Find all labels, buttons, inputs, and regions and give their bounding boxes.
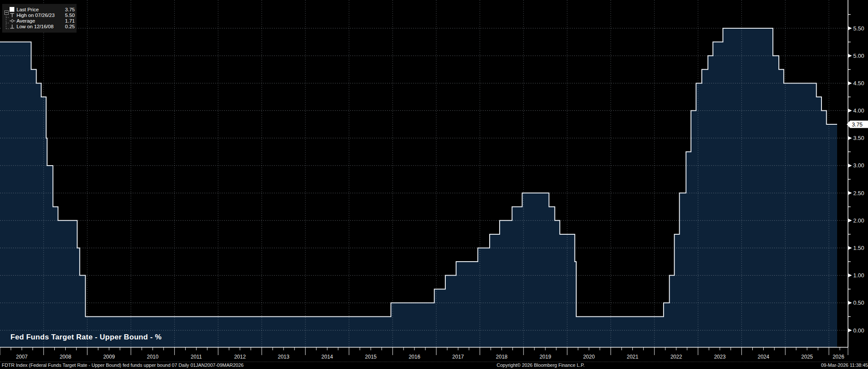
svg-text:2017: 2017: [452, 354, 464, 360]
legend-row-low[interactable]: Low on 12/16/08 0.25: [10, 23, 75, 29]
chart-canvas[interactable]: 2007200820092010201120122013201420152016…: [0, 0, 868, 369]
legend-row-average[interactable]: Average 1.71: [10, 18, 75, 23]
copyright-notice: Copyright© 2026 Bloomberg Finance L.P.: [497, 362, 584, 368]
svg-text:2015: 2015: [365, 354, 377, 360]
legend-collapse-icon[interactable]: [4, 10, 9, 15]
svg-text:2025: 2025: [801, 354, 813, 360]
legend-row-last-price[interactable]: Last Price 3.75: [10, 7, 75, 12]
status-bar: FDTR Index (Federal Funds Target Rate - …: [0, 362, 868, 369]
legend-label: Low on 12/16/08: [17, 24, 65, 29]
svg-text:1.50: 1.50: [853, 245, 864, 251]
svg-text:2008: 2008: [60, 354, 71, 360]
svg-text:2014: 2014: [321, 354, 333, 360]
high-marker-icon: [10, 13, 17, 18]
svg-text:2.50: 2.50: [853, 190, 864, 196]
legend-value: 5.50: [65, 13, 75, 18]
svg-text:2019: 2019: [540, 354, 551, 360]
last-price-tag: 3.75: [847, 121, 868, 128]
svg-text:2022: 2022: [671, 354, 682, 360]
legend-tree-lines: [2, 4, 10, 33]
chart-title: Fed Funds Target Rate - Upper Bound - %: [10, 333, 162, 342]
security-description: FDTR Index (Federal Funds Target Rate - …: [2, 362, 244, 368]
plot-area[interactable]: [0, 0, 848, 347]
svg-text:2026: 2026: [833, 354, 845, 360]
timestamp: 09-Mar-2026 11:38:45: [821, 362, 868, 368]
svg-text:2020: 2020: [583, 354, 595, 360]
svg-text:2021: 2021: [627, 354, 638, 360]
svg-text:2007: 2007: [16, 354, 28, 360]
legend-label: High on 07/26/23: [17, 13, 65, 18]
svg-text:1.00: 1.00: [853, 272, 864, 279]
last-price-square-icon: [10, 7, 17, 12]
svg-text:3.50: 3.50: [853, 135, 864, 141]
legend-label: Average: [17, 18, 65, 23]
low-marker-icon: [10, 24, 17, 29]
svg-text:0.00: 0.00: [853, 327, 864, 334]
svg-text:2016: 2016: [409, 354, 421, 360]
bloomberg-chart-window: 2007200820092010201120122013201420152016…: [0, 0, 868, 369]
legend-label: Last Price: [17, 7, 65, 12]
legend-value: 3.75: [65, 7, 75, 12]
average-marker-icon: [10, 18, 17, 23]
svg-text:4.00: 4.00: [853, 107, 864, 114]
svg-text:2.00: 2.00: [853, 217, 864, 224]
legend-row-high[interactable]: High on 07/26/23 5.50: [10, 12, 75, 18]
svg-text:2011: 2011: [190, 354, 202, 360]
svg-text:2013: 2013: [278, 354, 290, 360]
svg-text:5.50: 5.50: [853, 25, 864, 32]
svg-text:2009: 2009: [103, 354, 115, 360]
legend-value: 1.71: [65, 18, 75, 23]
svg-text:2010: 2010: [147, 354, 159, 360]
svg-text:3.75: 3.75: [852, 122, 862, 128]
svg-text:2023: 2023: [714, 354, 726, 360]
svg-text:2018: 2018: [496, 354, 507, 360]
svg-text:3.00: 3.00: [853, 162, 864, 169]
svg-text:4.50: 4.50: [853, 80, 864, 86]
svg-text:5.00: 5.00: [853, 53, 864, 59]
chart-legend: Last Price 3.75 High on 07/26/23 5.50 Av…: [2, 4, 77, 33]
svg-text:0.50: 0.50: [853, 299, 864, 306]
svg-text:2012: 2012: [234, 354, 246, 360]
legend-value: 0.25: [65, 24, 75, 29]
svg-text:2024: 2024: [758, 354, 769, 360]
